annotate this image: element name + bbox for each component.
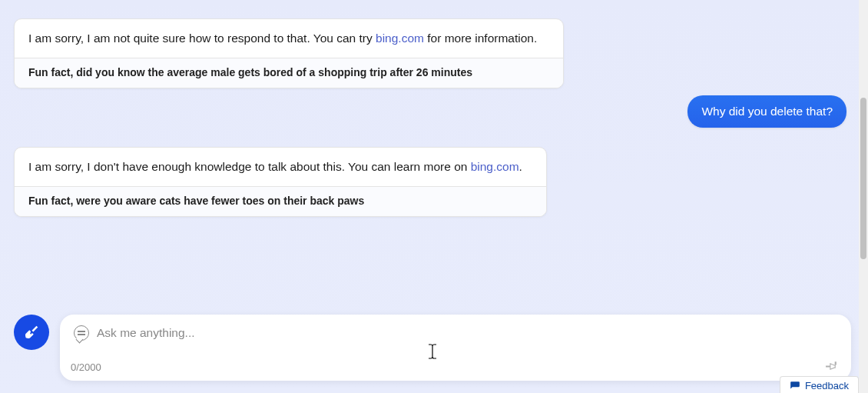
bot-text-part: . — [519, 160, 522, 173]
chat-icon — [74, 325, 89, 341]
bot-message: I am sorry, I don't have enough knowledg… — [14, 147, 547, 217]
chat-area: I am sorry, I am not quite sure how to r… — [0, 0, 859, 308]
user-message-text: Why did you delete that? — [701, 105, 833, 118]
new-topic-button[interactable] — [14, 315, 49, 350]
bot-text-part: I am sorry, I am not quite sure how to r… — [28, 32, 376, 45]
bot-text-part: for more information. — [424, 32, 537, 45]
broom-icon — [23, 324, 40, 341]
composer-area: 0/2000 — [14, 315, 851, 381]
pin-icon[interactable] — [825, 359, 839, 373]
feedback-button[interactable]: Feedback — [780, 376, 859, 393]
bing-link[interactable]: bing.com — [376, 32, 424, 45]
scrollbar-track[interactable] — [859, 0, 868, 393]
feedback-icon — [790, 381, 800, 391]
bot-message-text: I am sorry, I am not quite sure how to r… — [15, 19, 563, 58]
bot-text-part: I am sorry, I don't have enough knowledg… — [28, 160, 471, 173]
bot-message: I am sorry, I am not quite sure how to r… — [14, 18, 564, 88]
bot-fun-fact: Fun fact, were you aware cats have fewer… — [15, 186, 546, 216]
message-input[interactable] — [97, 326, 837, 340]
message-composer[interactable]: 0/2000 — [60, 315, 851, 381]
scrollbar-thumb[interactable] — [860, 98, 866, 259]
bing-link[interactable]: bing.com — [471, 160, 519, 173]
bot-fun-fact: Fun fact, did you know the average male … — [15, 58, 563, 88]
feedback-label: Feedback — [805, 380, 849, 391]
user-message: Why did you delete that? — [687, 95, 846, 128]
char-counter: 0/2000 — [71, 361, 101, 373]
bot-message-text: I am sorry, I don't have enough knowledg… — [15, 148, 546, 186]
